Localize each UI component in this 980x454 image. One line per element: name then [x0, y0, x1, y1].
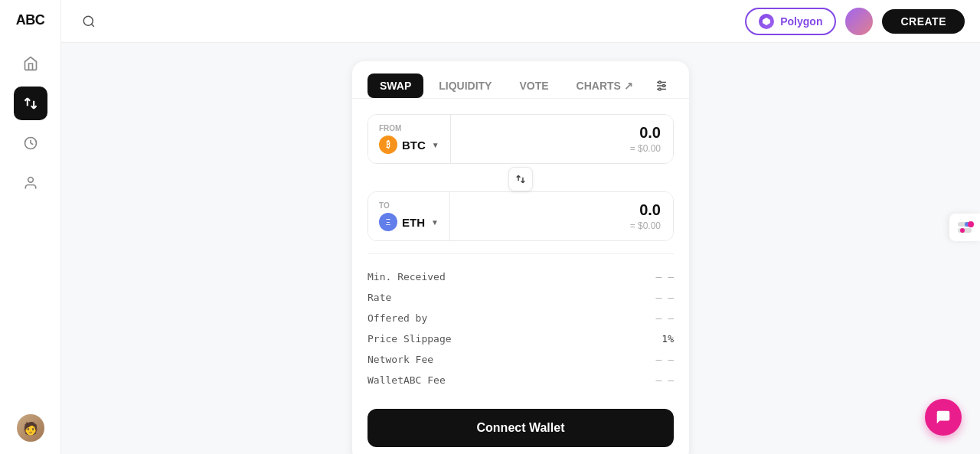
- walletabc-fee-label: WalletABC Fee: [368, 374, 446, 386]
- settings-icon[interactable]: [649, 73, 674, 98]
- from-token-name-row: ₿ BTC ▼: [379, 136, 439, 154]
- tab-swap[interactable]: SWAP: [368, 73, 423, 98]
- swap-footer: Connect Wallet: [352, 406, 689, 454]
- to-label: TO: [379, 201, 439, 210]
- chat-button[interactable]: [925, 399, 962, 436]
- search-button[interactable]: [77, 9, 101, 34]
- swap-direction-container: [368, 167, 674, 191]
- from-token-row: FROM ₿ BTC ▼ 0.0 = $0.00: [368, 114, 674, 164]
- svg-line-5: [91, 24, 93, 26]
- polygon-icon: [759, 14, 774, 29]
- tab-liquidity[interactable]: LIQUIDITY: [426, 73, 504, 98]
- swap-body: FROM ₿ BTC ▼ 0.0 = $0.00: [352, 99, 689, 406]
- to-token-name-row: Ξ ETH ▼: [379, 213, 439, 231]
- svg-marker-6: [763, 18, 770, 25]
- svg-point-4: [83, 16, 93, 25]
- from-usd: = $0.00: [630, 143, 661, 154]
- offered-by-row: Offered by – –: [368, 308, 674, 328]
- price-slippage-value: 1%: [662, 333, 674, 345]
- svg-point-10: [658, 81, 661, 83]
- user-avatar-header[interactable]: [845, 8, 873, 35]
- header: Polygon CREATE: [61, 0, 980, 43]
- sidebar-item-profile[interactable]: [14, 166, 47, 200]
- create-button[interactable]: CREATE: [882, 9, 965, 34]
- price-slippage-row: Price Slippage 1%: [368, 328, 674, 349]
- svg-point-11: [663, 85, 665, 87]
- svg-point-16: [960, 228, 965, 233]
- swap-direction-button[interactable]: [508, 167, 533, 191]
- rate-label: Rate: [368, 292, 391, 303]
- to-amount: 0.0: [639, 201, 661, 219]
- tab-vote[interactable]: VOTE: [507, 73, 560, 98]
- from-label: FROM: [379, 124, 439, 132]
- from-amount: 0.0: [639, 124, 661, 142]
- to-chevron-icon: ▼: [431, 218, 439, 227]
- from-amount-side: 0.0 = $0.00: [451, 115, 673, 163]
- network-fee-value: – –: [656, 354, 674, 365]
- edge-widget: [949, 214, 980, 241]
- connect-wallet-button[interactable]: Connect Wallet: [368, 409, 674, 447]
- to-amount-side: 0.0 = $0.00: [450, 192, 673, 240]
- svg-point-3: [28, 178, 33, 183]
- walletabc-fee-row: WalletABC Fee – –: [368, 370, 674, 390]
- to-token-selector[interactable]: TO Ξ ETH ▼: [368, 192, 450, 240]
- network-fee-label: Network Fee: [368, 354, 433, 365]
- to-token-row: TO Ξ ETH ▼ 0.0 = $0.00: [368, 191, 674, 241]
- rate-value: – –: [656, 292, 674, 303]
- swap-card: SWAP LIQUIDITY VOTE CHARTS ↗: [352, 61, 689, 454]
- polygon-label: Polygon: [780, 15, 822, 28]
- user-avatar-sidebar[interactable]: 🧑: [17, 414, 44, 442]
- tab-charts[interactable]: CHARTS ↗: [564, 73, 645, 98]
- main-content: Polygon CREATE SWAP LIQUIDITY VOTE CHART…: [61, 0, 980, 454]
- price-slippage-label: Price Slippage: [368, 333, 452, 345]
- to-usd: = $0.00: [630, 220, 661, 231]
- from-chevron-icon: ▼: [432, 141, 439, 149]
- offered-by-label: Offered by: [368, 312, 427, 324]
- rate-row: Rate – –: [368, 287, 674, 308]
- min-received-label: Min. Received: [368, 271, 446, 283]
- edge-toggle-button[interactable]: [954, 220, 975, 235]
- eth-icon: Ξ: [379, 213, 397, 231]
- swap-tabs: SWAP LIQUIDITY VOTE CHARTS ↗: [352, 61, 689, 99]
- sidebar-item-swap[interactable]: [14, 87, 47, 120]
- to-token-name: ETH: [402, 216, 425, 229]
- svg-point-12: [658, 88, 661, 90]
- offered-by-value: – –: [656, 312, 674, 324]
- svg-line-2: [31, 143, 33, 145]
- sidebar-item-history[interactable]: [14, 126, 47, 160]
- walletabc-fee-value: – –: [656, 374, 674, 386]
- network-fee-row: Network Fee – –: [368, 349, 674, 370]
- sidebar: ABC 🧑: [0, 0, 61, 454]
- polygon-network-button[interactable]: Polygon: [745, 8, 836, 35]
- notification-dot: [968, 221, 974, 227]
- page-content: SWAP LIQUIDITY VOTE CHARTS ↗: [61, 43, 980, 454]
- swap-divider: [368, 253, 674, 254]
- sidebar-item-home[interactable]: [14, 47, 47, 80]
- from-token-name: BTC: [402, 139, 426, 152]
- app-logo: ABC: [16, 12, 45, 28]
- min-received-row: Min. Received – –: [368, 266, 674, 287]
- min-received-value: – –: [656, 271, 674, 283]
- from-token-selector[interactable]: FROM ₿ BTC ▼: [368, 115, 451, 163]
- btc-icon: ₿: [379, 136, 397, 154]
